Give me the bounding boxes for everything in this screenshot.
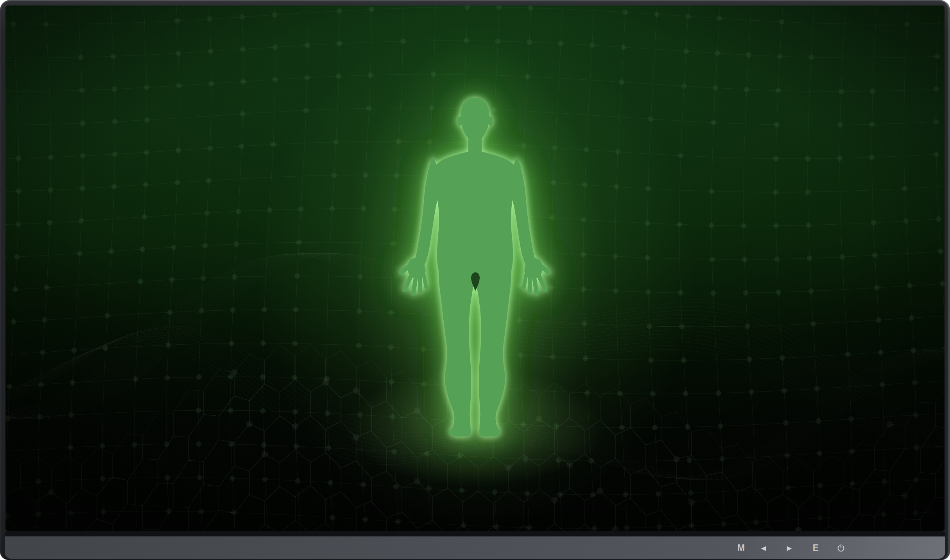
- arrow-right-icon: ▶: [787, 544, 792, 552]
- body-ear-right: [488, 116, 493, 126]
- body-ear-left: [457, 116, 462, 126]
- body-scan-scene: [5, 5, 945, 531]
- floor-glow-pool: [346, 369, 604, 486]
- body-finger: [424, 275, 426, 287]
- power-icon: [837, 544, 845, 552]
- display-screen: [5, 5, 945, 531]
- arrow-left-icon: ◀: [761, 544, 766, 552]
- menu-button[interactable]: M: [733, 541, 750, 555]
- body-finger: [534, 277, 537, 293]
- body-finger: [413, 277, 416, 293]
- body-finger: [524, 275, 526, 287]
- exit-button[interactable]: E: [807, 541, 825, 555]
- control-bar: M ◀ ▶ E: [5, 536, 945, 559]
- power-button[interactable]: [832, 541, 850, 555]
- monitor-mockup: M ◀ ▶ E: [0, 0, 950, 560]
- next-button[interactable]: ▶: [781, 541, 798, 555]
- screen-bottom-bezel: [5, 531, 945, 536]
- monitor-frame: M ◀ ▶ E: [0, 0, 950, 560]
- prev-button[interactable]: ◀: [755, 541, 772, 555]
